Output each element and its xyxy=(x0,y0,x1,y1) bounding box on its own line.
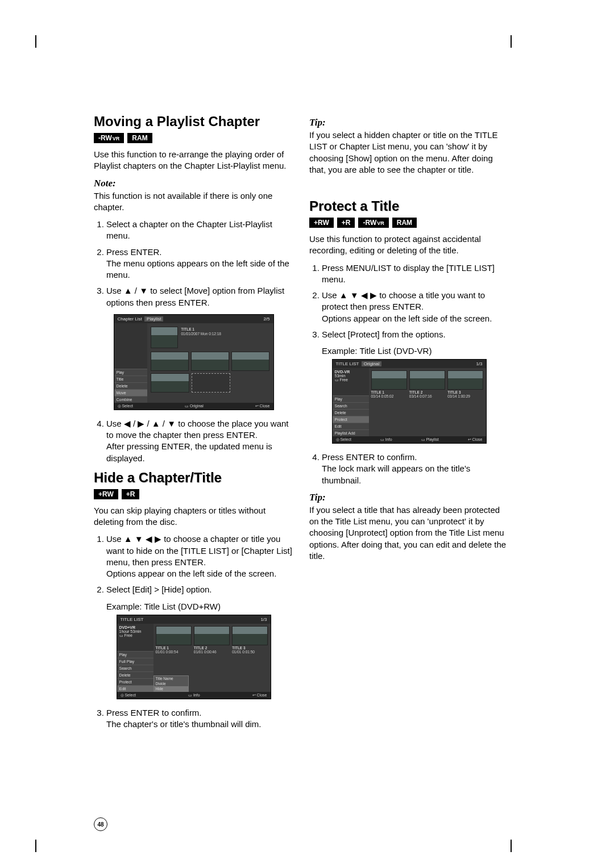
thumbnail xyxy=(191,352,229,371)
thumbnail xyxy=(409,370,445,390)
note-label: Note: xyxy=(94,178,293,189)
ss-menu-item: Full Play xyxy=(117,658,154,665)
ss-main: TITLE 103/14 0:05:02 TITLE 203/14 0:07:1… xyxy=(369,368,486,436)
note-body: This function is not available if there … xyxy=(94,190,293,214)
ss-menu-item: Search xyxy=(117,665,154,671)
heading-moving-playlist: Moving a Playlist Chapter xyxy=(94,114,293,130)
step: Select a chapter on the Chapter List-Pla… xyxy=(106,219,293,242)
cropmark xyxy=(511,35,512,48)
thumbnail xyxy=(151,352,189,371)
left-column: Moving a Playlist Chapter -RWVR RAM Use … xyxy=(94,114,293,736)
ss-menu-item: Search xyxy=(333,402,369,409)
badge-rwvr: -RWVR xyxy=(94,133,124,143)
ss-header: TITLE LIST 1/3 xyxy=(117,615,271,624)
badge-plus-r: +R xyxy=(337,218,355,228)
thumbnail xyxy=(231,352,269,371)
cropmark xyxy=(35,35,36,48)
screenshot-title-list-vr: TITLE LIST Original 1/3 DVD-VR 53min ▭ F… xyxy=(332,359,487,444)
badge-rwvr: -RWVR xyxy=(358,218,388,228)
tip-label: Tip: xyxy=(309,117,509,128)
ss-menu-item: Protect xyxy=(117,678,154,685)
badge-row: +RW +R xyxy=(94,489,293,499)
protect-steps-cont: Press ENTER to confirm. The lock mark wi… xyxy=(309,452,509,486)
ss-menu-item: Delete xyxy=(117,671,154,678)
hide-steps: Use ▲ ▼ ◀ ▶ to choose a chapter or title… xyxy=(94,533,293,595)
thumbnail xyxy=(151,373,189,393)
tip-body: If you select a title that has already b… xyxy=(309,504,509,562)
ss-menu-item-edit: Edit Title Name Divide Hide xyxy=(117,685,154,692)
ss-menu-item: Delete xyxy=(114,382,147,389)
badge-plus-r: +R xyxy=(122,489,140,499)
hide-intro: You can skip playing chapters or titles … xyxy=(94,505,293,528)
step: Press ENTER. The menu options appears on… xyxy=(106,247,293,281)
ss-main: TITLE 1 01/01/2007 Mon 0:12:18 xyxy=(147,323,273,403)
thumbnail xyxy=(151,327,178,348)
moving-steps-cont: Use ◀ / ▶ / ▲ / ▼ to choose the place yo… xyxy=(94,418,293,464)
ss-menu-item-move: Move xyxy=(114,389,147,396)
ss-side-menu: DVD+VR 1hour 53min ▭ Free Play Full Play… xyxy=(117,624,154,692)
ss-date: 01/01/2007 Mon 0:12:18 xyxy=(181,332,221,336)
ss-header: TITLE LIST Original 1/3 xyxy=(333,360,486,368)
step: Press ENTER to confirm. The lock mark wi… xyxy=(322,452,509,486)
badge-plus-rw: +RW xyxy=(94,489,118,499)
ss-menu-item: Combine xyxy=(114,396,147,403)
hide-steps-cont: Press ENTER to confirm. The chapter's or… xyxy=(94,707,293,731)
step: Use ◀ / ▶ / ▲ / ▼ to choose the place yo… xyxy=(106,418,293,464)
ss-side-menu: DVD-VR 53min ▭ Free Play Search Delete P… xyxy=(333,368,369,436)
ss-menu-item: Delete xyxy=(333,409,369,416)
manual-page: Moving a Playlist Chapter -RWVR RAM Use … xyxy=(0,0,614,868)
screenshot-chapter-list: Chapter List Playlist 2/5 Play Title Del… xyxy=(114,314,274,410)
protect-steps: Press MENU/LIST to display the [TITLE LI… xyxy=(309,262,509,341)
thumbnail xyxy=(447,370,483,390)
ss-menu-item-protect: Protect xyxy=(333,416,369,423)
protect-intro: Use this function to protect against acc… xyxy=(309,233,509,257)
step: Select [Edit] > [Hide] option. xyxy=(106,584,293,595)
step: Use ▲ ▼ ◀ ▶ to choose a chapter or title… xyxy=(106,533,293,579)
ss-side-menu: Play Title Delete Move Combine xyxy=(114,323,147,403)
ss-menu-item: Play xyxy=(114,369,147,375)
step: Press ENTER to confirm. The chapter's or… xyxy=(106,707,293,731)
ss-menu-item: Play xyxy=(333,395,369,402)
badge-ram: RAM xyxy=(392,218,417,228)
example-label: Example: Title List (DVD-VR) xyxy=(322,346,509,356)
thumbnail xyxy=(194,626,230,645)
moving-steps: Select a chapter on the Chapter List-Pla… xyxy=(94,219,293,308)
ss-title: TITLE 1 xyxy=(181,327,221,331)
content-columns: Moving a Playlist Chapter -RWVR RAM Use … xyxy=(94,114,509,736)
example-label: Example: Title List (DVD+RW) xyxy=(106,602,293,611)
step: Use ▲ / ▼ to select [Move] option from P… xyxy=(106,285,293,308)
tip-label: Tip: xyxy=(309,492,509,503)
cropmark xyxy=(35,840,36,852)
step: Use ▲ ▼ ◀ ▶ to choose a title you want t… xyxy=(322,290,509,324)
badge-plus-rw: +RW xyxy=(309,218,334,228)
step: Select [Protect] from the options. xyxy=(322,329,509,340)
ss-footer: ◎ Select ▭ Info ↩ Close xyxy=(117,692,271,699)
step: Press MENU/LIST to display the [TITLE LI… xyxy=(322,262,509,286)
ss-footer: ◎ Select ▭ Original ↩ Close xyxy=(114,403,273,410)
ss-menu-item: Playlist Add xyxy=(333,429,369,436)
thumbnail xyxy=(232,626,268,645)
heading-protect-title: Protect a Title xyxy=(309,198,509,214)
thumbnail xyxy=(156,626,192,645)
ss-footer: ◎ Select ▭ Info ▭ Playlist ↩ Close xyxy=(333,436,486,443)
right-column: Tip: If you select a hidden chapter or t… xyxy=(309,114,509,736)
badge-row: -RWVR RAM xyxy=(94,133,293,143)
ss-menu-item: Edit xyxy=(333,423,369,429)
cropmark xyxy=(511,840,512,852)
ss-header: Chapter List Playlist 2/5 xyxy=(114,315,273,323)
screenshot-title-list-rw: TITLE LIST 1/3 DVD+VR 1hour 53min ▭ Free… xyxy=(117,615,271,699)
tip-body: If you select a hidden chapter or title … xyxy=(309,130,509,176)
ss-menu-item: Title xyxy=(114,375,147,382)
ss-menu-item: Play xyxy=(117,651,154,658)
badge-ram: RAM xyxy=(127,133,152,143)
heading-hide-chapter: Hide a Chapter/Title xyxy=(94,470,293,486)
badge-row: +RW +R -RWVR RAM xyxy=(309,218,509,228)
page-number: 48 xyxy=(94,817,107,831)
thumbnail-placeholder xyxy=(192,373,230,393)
thumbnail xyxy=(371,370,407,390)
moving-intro: Use this function to re-arrange the play… xyxy=(94,149,293,172)
